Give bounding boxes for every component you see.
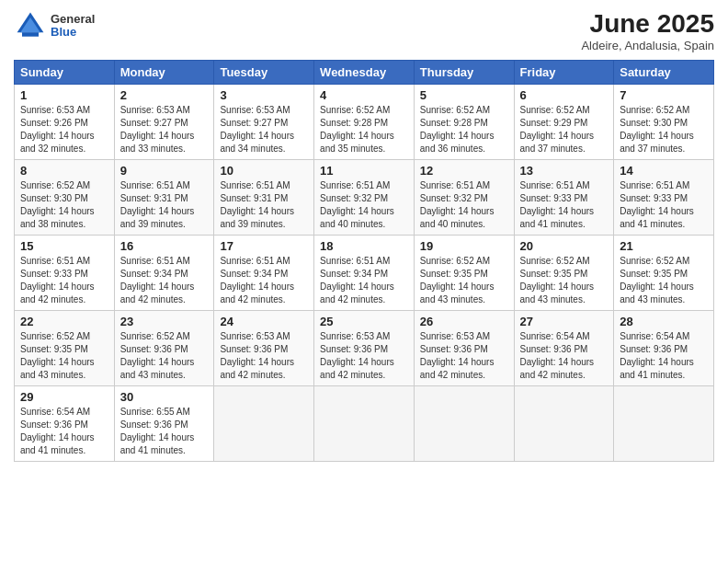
day-header-wednesday: Wednesday (314, 61, 415, 85)
day-info: Sunrise: 6:51 AMSunset: 9:32 PMDaylight:… (320, 179, 408, 231)
day-info: Sunrise: 6:51 AMSunset: 9:31 PMDaylight:… (120, 179, 209, 231)
calendar-cell: 26Sunrise: 6:53 AMSunset: 9:36 PMDayligh… (414, 311, 514, 386)
calendar-cell: 24Sunrise: 6:53 AMSunset: 9:36 PMDayligh… (214, 311, 314, 386)
day-number: 7 (620, 88, 708, 102)
day-number: 30 (120, 390, 209, 404)
day-info: Sunrise: 6:53 AMSunset: 9:36 PMDaylight:… (320, 330, 408, 382)
calendar-cell (314, 386, 415, 462)
calendar-cell: 7Sunrise: 6:52 AMSunset: 9:30 PMDaylight… (614, 85, 714, 160)
calendar-cell: 14Sunrise: 6:51 AMSunset: 9:33 PMDayligh… (614, 160, 714, 236)
day-number: 19 (420, 239, 508, 253)
calendar-cell: 19Sunrise: 6:52 AMSunset: 9:35 PMDayligh… (414, 236, 514, 311)
calendar-cell: 22Sunrise: 6:52 AMSunset: 9:35 PMDayligh… (15, 311, 115, 386)
day-number: 14 (620, 164, 708, 178)
day-number: 12 (420, 164, 508, 178)
day-number: 16 (120, 239, 209, 253)
logo-text: General Blue (51, 13, 95, 40)
day-info: Sunrise: 6:52 AMSunset: 9:35 PMDaylight:… (520, 255, 609, 306)
day-number: 15 (20, 239, 108, 253)
calendar-cell: 3Sunrise: 6:53 AMSunset: 9:27 PMDaylight… (214, 85, 314, 160)
calendar-week-3: 15Sunrise: 6:51 AMSunset: 9:33 PMDayligh… (15, 236, 714, 311)
calendar-cell (214, 386, 314, 462)
day-info: Sunrise: 6:54 AMSunset: 9:36 PMDaylight:… (620, 330, 708, 382)
day-number: 10 (220, 164, 308, 178)
calendar-cell: 1Sunrise: 6:53 AMSunset: 9:26 PMDaylight… (15, 85, 115, 160)
day-info: Sunrise: 6:52 AMSunset: 9:28 PMDaylight:… (320, 104, 408, 155)
day-number: 27 (520, 315, 609, 328)
day-info: Sunrise: 6:53 AMSunset: 9:27 PMDaylight:… (220, 104, 308, 155)
calendar-cell: 8Sunrise: 6:52 AMSunset: 9:30 PMDaylight… (15, 160, 115, 236)
day-number: 8 (20, 164, 108, 178)
calendar-cell: 4Sunrise: 6:52 AMSunset: 9:28 PMDaylight… (314, 85, 415, 160)
day-number: 6 (520, 88, 609, 102)
day-number: 20 (520, 239, 609, 253)
day-info: Sunrise: 6:51 AMSunset: 9:33 PMDaylight:… (620, 179, 708, 231)
calendar-cell (514, 386, 614, 462)
day-header-thursday: Thursday (414, 61, 514, 85)
calendar-cell: 28Sunrise: 6:54 AMSunset: 9:36 PMDayligh… (614, 311, 714, 386)
calendar-cell: 16Sunrise: 6:51 AMSunset: 9:34 PMDayligh… (114, 236, 214, 311)
day-info: Sunrise: 6:54 AMSunset: 9:36 PMDaylight:… (20, 406, 108, 457)
day-info: Sunrise: 6:53 AMSunset: 9:36 PMDaylight:… (220, 330, 308, 382)
logo-general: General (51, 13, 95, 26)
day-info: Sunrise: 6:53 AMSunset: 9:27 PMDaylight:… (120, 104, 209, 155)
day-header-friday: Friday (514, 61, 614, 85)
calendar-cell: 13Sunrise: 6:51 AMSunset: 9:33 PMDayligh… (514, 160, 614, 236)
calendar-cell: 11Sunrise: 6:51 AMSunset: 9:32 PMDayligh… (314, 160, 415, 236)
day-header-tuesday: Tuesday (214, 61, 314, 85)
day-header-monday: Monday (114, 61, 214, 85)
day-number: 22 (20, 315, 108, 328)
day-number: 4 (320, 88, 408, 102)
logo: General Blue (14, 9, 95, 42)
day-number: 24 (220, 315, 308, 328)
calendar-week-5: 29Sunrise: 6:54 AMSunset: 9:36 PMDayligh… (15, 386, 714, 462)
day-number: 17 (220, 239, 308, 253)
calendar-cell: 15Sunrise: 6:51 AMSunset: 9:33 PMDayligh… (15, 236, 115, 311)
calendar-cell: 21Sunrise: 6:52 AMSunset: 9:35 PMDayligh… (614, 236, 714, 311)
day-header-sunday: Sunday (15, 61, 115, 85)
calendar-cell: 30Sunrise: 6:55 AMSunset: 9:36 PMDayligh… (114, 386, 214, 462)
calendar-cell (414, 386, 514, 462)
day-number: 21 (620, 239, 708, 253)
logo-blue: Blue (51, 26, 95, 39)
day-info: Sunrise: 6:51 AMSunset: 9:34 PMDaylight:… (220, 255, 308, 306)
day-info: Sunrise: 6:52 AMSunset: 9:35 PMDaylight:… (20, 330, 108, 382)
calendar-cell: 23Sunrise: 6:52 AMSunset: 9:36 PMDayligh… (114, 311, 214, 386)
calendar-table: SundayMondayTuesdayWednesdayThursdayFrid… (14, 60, 714, 462)
calendar-cell (614, 386, 714, 462)
day-info: Sunrise: 6:51 AMSunset: 9:34 PMDaylight:… (120, 255, 209, 306)
day-info: Sunrise: 6:51 AMSunset: 9:34 PMDaylight:… (320, 255, 408, 306)
day-info: Sunrise: 6:52 AMSunset: 9:28 PMDaylight:… (420, 104, 508, 155)
day-info: Sunrise: 6:55 AMSunset: 9:36 PMDaylight:… (120, 406, 209, 457)
calendar-cell: 5Sunrise: 6:52 AMSunset: 9:28 PMDaylight… (414, 85, 514, 160)
calendar-cell: 25Sunrise: 6:53 AMSunset: 9:36 PMDayligh… (314, 311, 415, 386)
day-info: Sunrise: 6:52 AMSunset: 9:30 PMDaylight:… (620, 104, 708, 155)
calendar-cell: 10Sunrise: 6:51 AMSunset: 9:31 PMDayligh… (214, 160, 314, 236)
calendar-cell: 12Sunrise: 6:51 AMSunset: 9:32 PMDayligh… (414, 160, 514, 236)
calendar-cell: 27Sunrise: 6:54 AMSunset: 9:36 PMDayligh… (514, 311, 614, 386)
calendar-cell: 17Sunrise: 6:51 AMSunset: 9:34 PMDayligh… (214, 236, 314, 311)
page: General Blue June 2025 Aldeire, Andalusi… (0, 0, 728, 563)
day-info: Sunrise: 6:52 AMSunset: 9:36 PMDaylight:… (120, 330, 209, 382)
day-number: 23 (120, 315, 209, 328)
day-number: 26 (420, 315, 508, 328)
calendar-cell: 9Sunrise: 6:51 AMSunset: 9:31 PMDaylight… (114, 160, 214, 236)
calendar-cell: 18Sunrise: 6:51 AMSunset: 9:34 PMDayligh… (314, 236, 415, 311)
day-number: 18 (320, 239, 408, 253)
calendar-week-2: 8Sunrise: 6:52 AMSunset: 9:30 PMDaylight… (15, 160, 714, 236)
calendar-week-1: 1Sunrise: 6:53 AMSunset: 9:26 PMDaylight… (15, 85, 714, 160)
svg-rect-2 (22, 32, 39, 37)
day-number: 25 (320, 315, 408, 328)
day-number: 9 (120, 164, 209, 178)
day-number: 5 (420, 88, 508, 102)
month-title: June 2025 (581, 9, 714, 39)
title-block: June 2025 Aldeire, Andalusia, Spain (581, 9, 714, 52)
day-info: Sunrise: 6:52 AMSunset: 9:29 PMDaylight:… (520, 104, 609, 155)
day-number: 11 (320, 164, 408, 178)
calendar-cell: 2Sunrise: 6:53 AMSunset: 9:27 PMDaylight… (114, 85, 214, 160)
calendar-week-4: 22Sunrise: 6:52 AMSunset: 9:35 PMDayligh… (15, 311, 714, 386)
day-number: 13 (520, 164, 609, 178)
day-info: Sunrise: 6:52 AMSunset: 9:35 PMDaylight:… (420, 255, 508, 306)
header: General Blue June 2025 Aldeire, Andalusi… (14, 9, 714, 52)
day-info: Sunrise: 6:52 AMSunset: 9:30 PMDaylight:… (20, 179, 108, 231)
